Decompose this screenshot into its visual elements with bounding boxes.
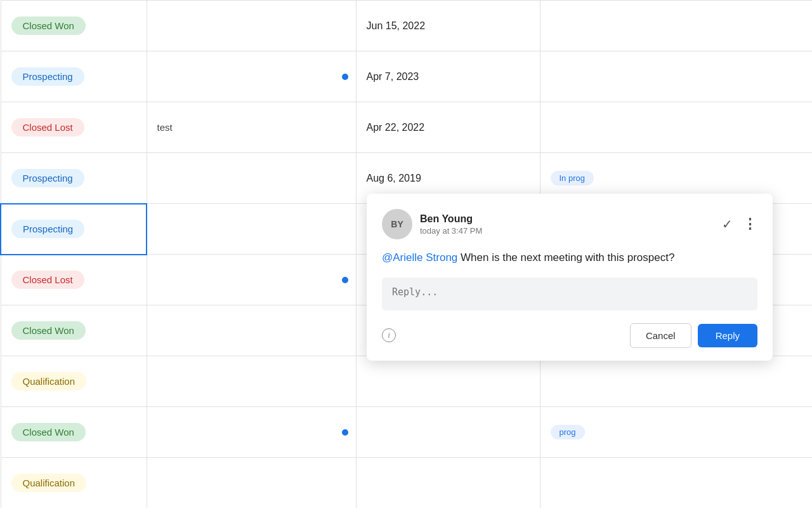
- popup-header: BY Ben Young today at 3:47 PM ✓ ⋮: [382, 209, 757, 239]
- popup-footer: i Cancel Reply: [382, 323, 757, 348]
- status-tag: Closed Won: [11, 17, 86, 35]
- progress-cell: [540, 1, 812, 51]
- note-cell: [147, 51, 356, 102]
- note-cell: test: [147, 102, 356, 153]
- note-cell: [147, 204, 356, 255]
- status-tag: Qualification: [11, 372, 87, 391]
- status-tag: Closed Won: [11, 321, 86, 340]
- reply-input[interactable]: [382, 277, 757, 311]
- info-icon[interactable]: i: [382, 328, 396, 342]
- check-icon[interactable]: ✓: [722, 217, 733, 232]
- status-cell[interactable]: Closed Lost: [1, 102, 147, 153]
- table-row: Closed WonJun 15, 2022: [1, 1, 812, 51]
- note-cell: [147, 356, 356, 407]
- progress-cell: [540, 458, 812, 509]
- status-cell[interactable]: Closed Won: [1, 305, 147, 356]
- popup-actions: ✓ ⋮: [722, 216, 757, 232]
- date-cell: Jun 15, 2022: [356, 1, 540, 51]
- status-tag: Qualification: [11, 474, 87, 492]
- table-row: Closed Wonprog: [1, 407, 812, 458]
- status-tag: Prospecting: [11, 169, 84, 187]
- table-row: Qualification: [1, 356, 812, 407]
- status-tag: Closed Won: [11, 423, 86, 441]
- date-cell: Apr 22, 2022: [356, 102, 540, 153]
- notification-dot: [342, 429, 348, 436]
- table-row: Qualification: [1, 458, 812, 509]
- status-cell[interactable]: Qualification: [1, 458, 147, 509]
- popup-user-info: Ben Young today at 3:47 PM: [420, 213, 722, 236]
- note-cell: [147, 305, 356, 356]
- date-cell: Apr 7, 2023: [356, 51, 540, 102]
- progress-cell: [540, 102, 812, 153]
- date-cell: [356, 458, 540, 509]
- status-tag: Closed Lost: [11, 271, 84, 289]
- reply-button[interactable]: Reply: [698, 324, 757, 347]
- more-options-icon[interactable]: ⋮: [743, 216, 757, 232]
- notification-dot: [342, 74, 348, 80]
- status-tag: Prospecting: [11, 220, 84, 238]
- popup-mention: @Arielle Strong: [382, 251, 457, 264]
- popup-message: @Arielle Strong When is the next meeting…: [382, 250, 757, 266]
- popup-timestamp: today at 3:47 PM: [420, 226, 722, 236]
- status-cell[interactable]: Closed Lost: [1, 255, 147, 305]
- progress-badge: In prog: [551, 171, 594, 185]
- progress-cell: prog: [540, 407, 812, 458]
- status-cell[interactable]: Closed Won: [1, 1, 147, 51]
- note-cell: [147, 407, 356, 458]
- progress-badge: prog: [551, 425, 585, 439]
- notification-dot: [342, 277, 348, 283]
- popup-message-text: When is the next meeting with this prosp…: [457, 251, 674, 264]
- note-cell: [147, 458, 356, 509]
- table-row: Closed LosttestApr 22, 2022: [1, 102, 812, 153]
- status-cell[interactable]: Prospecting: [1, 51, 147, 102]
- status-tag: Prospecting: [11, 67, 84, 86]
- note-cell: [147, 1, 356, 51]
- table-container: Closed WonJun 15, 2022ProspectingApr 7, …: [0, 0, 812, 508]
- note-cell: [147, 255, 356, 305]
- status-cell[interactable]: Prospecting: [1, 153, 147, 204]
- status-cell[interactable]: Closed Won: [1, 407, 147, 458]
- date-cell: [356, 356, 540, 407]
- cancel-button[interactable]: Cancel: [630, 323, 691, 348]
- table-row: ProspectingApr 7, 2023: [1, 51, 812, 102]
- status-tag: Closed Lost: [11, 118, 84, 137]
- status-cell[interactable]: Qualification: [1, 356, 147, 407]
- comment-popup: BY Ben Young today at 3:47 PM ✓ ⋮ @Ariel…: [367, 194, 773, 361]
- note-cell: [147, 153, 356, 204]
- date-cell: [356, 407, 540, 458]
- status-cell[interactable]: Prospecting: [1, 204, 147, 255]
- progress-cell: [540, 51, 812, 102]
- avatar: BY: [382, 209, 412, 239]
- progress-cell: [540, 356, 812, 407]
- popup-username: Ben Young: [420, 213, 722, 225]
